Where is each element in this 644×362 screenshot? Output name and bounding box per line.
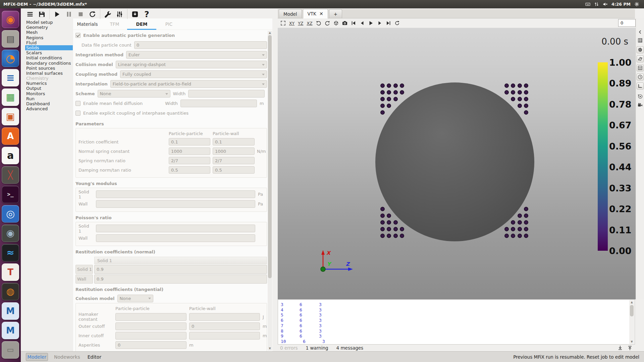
sidebar-item-regions[interactable]: Regions (25, 35, 73, 40)
dock-icon-terminal[interactable]: >_ (2, 186, 19, 203)
frame-number-input[interactable]: 0 (618, 19, 636, 27)
tab-materials[interactable]: Materials (74, 18, 101, 29)
scroll-to-top-icon[interactable] (627, 345, 633, 351)
view-xy-button[interactable]: XY (289, 21, 294, 26)
sidebar-item-solids[interactable]: Solids (25, 45, 73, 50)
colorbar (598, 62, 608, 251)
play-frames-button[interactable] (368, 20, 374, 26)
messages-count[interactable]: 4 messages (336, 345, 364, 351)
sidebar-item-output[interactable]: Output (25, 86, 73, 91)
time-label-toggle[interactable] (637, 73, 644, 80)
geometry-toggle[interactable] (637, 55, 644, 62)
mode-nodeworks-button[interactable]: Nodeworks (54, 354, 80, 360)
mesh-toggle[interactable] (637, 64, 644, 71)
gear-icon[interactable] (634, 2, 639, 7)
sidebar-item-fluid[interactable]: Fluid (25, 40, 73, 45)
menu-button[interactable] (24, 9, 36, 19)
errors-count[interactable]: 0 errors (280, 345, 298, 351)
sidebar-item-model-setup[interactable]: Model setup (25, 20, 73, 25)
dock-icon-app-a-orange[interactable]: A (2, 127, 19, 145)
view-xz-button[interactable]: XZ (307, 21, 312, 26)
dock-icon-ubuntu-dash[interactable]: ◉ (2, 11, 19, 28)
next-frame-button[interactable] (377, 20, 382, 26)
particles-toggle[interactable] (637, 46, 644, 53)
sidebar-item-monitors[interactable]: Monitors (25, 91, 73, 96)
dock-icon-firefox[interactable]: ◔ (2, 50, 19, 67)
record-button[interactable] (637, 102, 644, 109)
warnings-count[interactable]: 1 warning (306, 345, 328, 351)
vtk-tab-new[interactable]: + (329, 9, 342, 18)
dock-icon-libreoffice-calc[interactable]: ▦ (2, 88, 19, 106)
previous-frame-button[interactable] (360, 20, 365, 26)
sidebar-item-initial-conditions[interactable]: Initial conditions (25, 55, 73, 60)
keyboard-icon[interactable] (585, 2, 590, 7)
sidebar-item-internal-surfaces[interactable]: Internal surfaces (25, 71, 73, 76)
scrollbar-thumb[interactable] (268, 35, 272, 278)
dock-icon-amazon[interactable]: a (2, 147, 19, 164)
last-frame-button[interactable] (386, 20, 391, 26)
terminal-output[interactable]: ▲ ▼ 36346356366376386396310631163 (278, 299, 635, 345)
collision-model-combo: Linear spring-dashpot (116, 61, 267, 68)
dock-icon-system-monitor[interactable]: ≈ (2, 244, 19, 261)
repeat-button[interactable] (394, 20, 400, 26)
dock-icon-system-tools[interactable]: ╳ (2, 166, 19, 184)
fit-view-button[interactable] (280, 20, 286, 26)
scroll-down-arrow-icon[interactable]: ▼ (268, 347, 272, 351)
build-button[interactable] (102, 9, 114, 19)
dock-icon-screenshot-tool[interactable]: ◉ (2, 225, 19, 242)
help-button[interactable]: ? (141, 9, 153, 19)
dock-icon-text-editor[interactable]: T (2, 263, 19, 281)
export-button[interactable] (129, 9, 141, 19)
first-frame-button[interactable] (351, 20, 356, 26)
terminal-scrollbar[interactable]: ▲ ▼ (629, 300, 634, 344)
dock-icon-mfix-app-2[interactable]: M (2, 322, 19, 339)
scroll-down-arrow-icon[interactable]: ▼ (629, 340, 634, 344)
collapse-panel-button[interactable] (637, 28, 644, 36)
reset-button[interactable] (87, 9, 98, 19)
sidebar-item-numerics[interactable]: Numerics (25, 81, 73, 86)
sidebar-item-dashboard[interactable]: Dashboard (25, 101, 73, 106)
sidebar-item-point-sources[interactable]: Point sources (25, 66, 73, 71)
dock-icon-libreoffice-writer[interactable]: ≡ (2, 69, 19, 86)
grid-button[interactable] (637, 37, 644, 44)
sidebar-item-boundary-conditions[interactable]: Boundary conditions (25, 61, 73, 66)
parameters-button[interactable] (114, 9, 125, 19)
dock-icon-partial-app[interactable]: ▭ (2, 341, 19, 359)
sidebar-item-geometry[interactable]: Geometry (25, 25, 73, 30)
scroll-up-arrow-icon[interactable]: ▲ (268, 31, 272, 35)
sidebar-item-advanced[interactable]: Advanced (25, 106, 73, 111)
rotate-left-button[interactable] (316, 20, 321, 26)
particle (524, 234, 528, 238)
close-icon[interactable]: ✕ (319, 11, 323, 16)
snapshot-button[interactable] (342, 20, 347, 26)
run-button[interactable] (51, 9, 63, 19)
volume-muted-icon[interactable] (603, 2, 608, 7)
vtk-tab-vtk[interactable]: VTK✕ (303, 9, 328, 18)
save-button[interactable] (36, 9, 48, 19)
scroll-to-bottom-icon[interactable] (618, 345, 623, 351)
scroll-up-arrow-icon[interactable]: ▲ (629, 300, 634, 304)
dock-icon-mfix-app-1[interactable]: M (2, 302, 19, 320)
scrollbar-thumb[interactable] (630, 305, 634, 316)
vtk-tab-model[interactable]: Model (279, 9, 302, 18)
dock-icon-blue-app[interactable]: ◎ (2, 205, 19, 223)
perspective-button[interactable] (333, 20, 339, 26)
mode-modeler-button[interactable]: Modeler (26, 353, 48, 361)
tab-dem[interactable]: DEM (128, 18, 155, 29)
dock-icon-files[interactable]: ▤ (2, 30, 19, 48)
unit-label: m (189, 343, 194, 348)
dock-icon-libreoffice-impress[interactable]: ▣ (2, 108, 19, 125)
sidebar-item-run[interactable]: Run (25, 96, 73, 101)
rotate-right-button[interactable] (325, 20, 330, 26)
play-speed-button[interactable] (637, 93, 644, 100)
view-yz-button[interactable]: YZ (298, 21, 303, 26)
form-scrollbar[interactable]: ▲ ▼ (268, 31, 272, 351)
axes-toggle[interactable] (637, 82, 644, 89)
network-arrows-icon[interactable] (594, 2, 599, 7)
mode-editor-button[interactable]: Editor (88, 354, 101, 360)
sidebar-item-scalars[interactable]: Scalars (25, 50, 73, 55)
sidebar-item-mesh[interactable]: Mesh (25, 30, 73, 35)
dock-icon-dark-app[interactable]: ◍ (2, 283, 19, 300)
vtk-viewport[interactable]: 0.00 s 1.000.890.780.670.560.440.330.220… (278, 28, 636, 299)
particle (518, 104, 522, 108)
